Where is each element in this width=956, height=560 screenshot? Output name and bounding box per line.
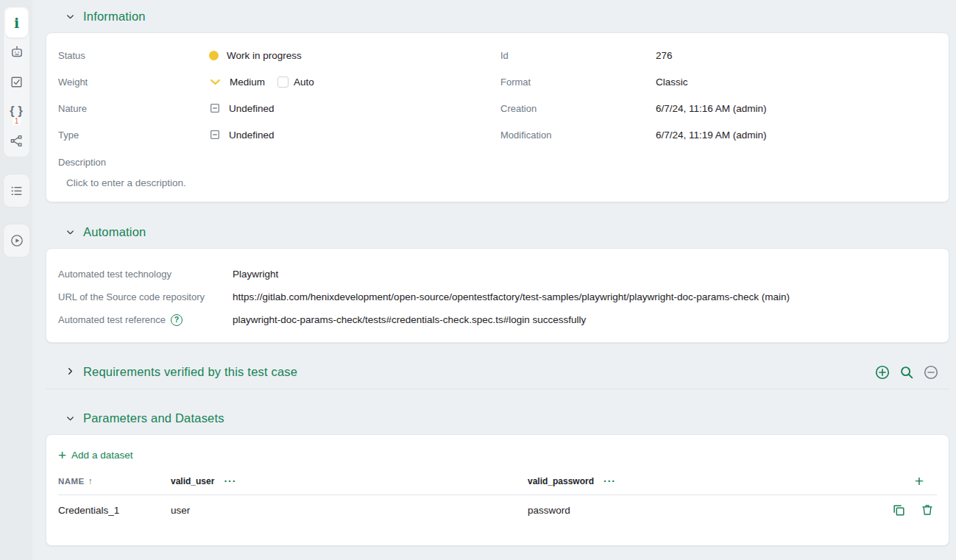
main-content: Information Status Work in progress Weig… [32, 0, 956, 560]
automated-test-reference-label: Automated test reference ? [58, 314, 233, 326]
nature-field: Nature Undefined [58, 95, 495, 121]
add-parameter-button[interactable]: + [915, 473, 924, 489]
sidebar-item-automation[interactable] [5, 38, 28, 67]
requirements-section-title: Requirements verified by this test case [83, 365, 297, 379]
information-panel: Status Work in progress Weight Medium [46, 32, 949, 202]
requirements-actions [874, 364, 949, 380]
automated-test-technology-value[interactable]: Playwright [233, 269, 278, 280]
search-requirement-button[interactable] [899, 364, 915, 380]
sidebar-item-parameters[interactable]: { } 1 [5, 96, 28, 126]
chevron-right-icon [65, 366, 76, 379]
automated-test-reference-value[interactable]: playwright-doc-params-check/tests#creden… [233, 314, 586, 325]
dataset-valid-user-cell[interactable]: user [171, 505, 528, 516]
id-field: Id 276 [500, 42, 937, 68]
status-value[interactable]: Work in progress [209, 50, 302, 61]
app-root: i { } 1 [0, 0, 956, 560]
weight-label: Weight [58, 77, 209, 88]
name-column-header[interactable]: NAME ↑ [58, 476, 171, 486]
duplicate-dataset-button[interactable] [892, 503, 906, 517]
anchor-sidebar: i { } 1 [0, 0, 32, 560]
weight-field: Weight Medium Auto [58, 68, 495, 95]
information-left-column: Status Work in progress Weight Medium [58, 42, 495, 148]
information-section-header[interactable]: Information [46, 0, 949, 32]
info-icon: i [14, 16, 19, 30]
format-field: Format Classic [500, 68, 937, 95]
modification-label: Modification [500, 130, 656, 141]
sidebar-group-main: i { } 1 [3, 6, 30, 157]
add-dataset-label: Add a dataset [71, 450, 132, 461]
dataset-valid-password-cell[interactable]: password [528, 505, 869, 516]
trash-icon [921, 503, 934, 517]
play-circle-icon [10, 233, 24, 248]
search-icon [899, 364, 915, 380]
automated-test-reference-field: Automated test reference ? playwright-do… [58, 308, 937, 331]
chevron-down-icon [65, 11, 76, 22]
sidebar-item-links[interactable] [5, 126, 28, 155]
sort-ascending-icon: ↑ [88, 476, 92, 486]
dataset-row: Credentials_1 user password [58, 495, 937, 525]
repository-url-value[interactable]: https://gitlab.com/henixdevelopment/open… [233, 291, 790, 302]
id-value: 276 [656, 50, 673, 61]
status-field: Status Work in progress [58, 42, 495, 68]
repository-url-field: URL of the Source code repository https:… [58, 286, 937, 308]
description-placeholder[interactable]: Click to enter a description. [58, 173, 937, 191]
sidebar-item-steps[interactable] [5, 176, 28, 205]
requirements-section-header[interactable]: Requirements verified by this test case [46, 355, 949, 389]
dataset-name-cell[interactable]: Credentials_1 [58, 505, 171, 516]
nature-label: Nature [58, 103, 209, 114]
add-requirement-button[interactable] [874, 364, 891, 380]
auto-checkbox[interactable] [277, 77, 288, 88]
type-label: Type [58, 130, 209, 141]
description-label: Description [58, 151, 937, 173]
ordered-list-icon [10, 184, 24, 198]
nature-value[interactable]: Undefined [209, 102, 275, 114]
parameters-count-badge: 1 [13, 117, 21, 125]
creation-field: Creation 6/7/24, 11:16 AM (admin) [500, 95, 937, 121]
sidebar-item-verified-requirements[interactable] [5, 67, 28, 96]
delete-dataset-button[interactable] [921, 503, 934, 517]
param-column-valid-password: valid_password ··· [528, 476, 869, 486]
automated-test-technology-label: Automated test technology [58, 269, 233, 280]
id-label: Id [500, 50, 656, 61]
automated-test-technology-field: Automated test technology Playwright [58, 263, 937, 286]
parameters-section-title: Parameters and Datasets [83, 411, 224, 425]
chevron-down-icon [65, 227, 76, 238]
add-dataset-button[interactable]: + Add a dataset [58, 442, 132, 467]
braces-icon: { } [10, 105, 24, 117]
information-section-title: Information [83, 10, 146, 24]
share-icon [10, 134, 24, 148]
type-value[interactable]: Undefined [209, 129, 275, 141]
status-dot-icon [209, 51, 219, 60]
sidebar-group-executions [3, 224, 30, 258]
type-field: Type Undefined [58, 121, 495, 148]
parameters-panel: + Add a dataset NAME ↑ valid_user ··· va… [46, 434, 949, 546]
sidebar-item-information[interactable]: i [5, 8, 28, 38]
plus-circle-icon [874, 364, 891, 380]
automation-panel: Automated test technology Playwright URL… [46, 248, 949, 343]
help-icon[interactable]: ? [171, 314, 183, 326]
modification-field: Modification 6/7/24, 11:19 AM (admin) [500, 121, 937, 148]
copy-icon [892, 503, 906, 517]
parameters-section-header[interactable]: Parameters and Datasets [46, 402, 949, 434]
plus-icon: + [58, 448, 66, 462]
chevron-down-icon [65, 413, 76, 424]
weight-value[interactable]: Medium [209, 76, 265, 88]
information-right-column: Id 276 Format Classic Creation 6/7/24, 1… [500, 42, 937, 148]
column-menu-icon[interactable]: ··· [603, 476, 616, 486]
sidebar-group-steps [3, 174, 30, 208]
column-menu-icon[interactable]: ··· [224, 476, 236, 486]
creation-label: Creation [500, 103, 656, 114]
automation-section-title: Automation [83, 225, 146, 239]
undefined-square-minus-icon [209, 102, 221, 114]
auto-checkbox-label: Auto [294, 77, 314, 88]
automation-section-header[interactable]: Automation [46, 216, 949, 248]
format-label: Format [500, 77, 656, 88]
sidebar-item-executions[interactable] [5, 226, 28, 255]
modification-value: 6/7/24, 11:19 AM (admin) [656, 130, 767, 141]
remove-requirement-button[interactable] [923, 364, 939, 380]
format-value: Classic [656, 77, 688, 88]
param-column-valid-user: valid_user ··· [171, 476, 528, 486]
minus-circle-icon [923, 364, 939, 380]
datasets-table-header: NAME ↑ valid_user ··· valid_password ···… [58, 467, 937, 495]
robot-icon [10, 45, 24, 60]
